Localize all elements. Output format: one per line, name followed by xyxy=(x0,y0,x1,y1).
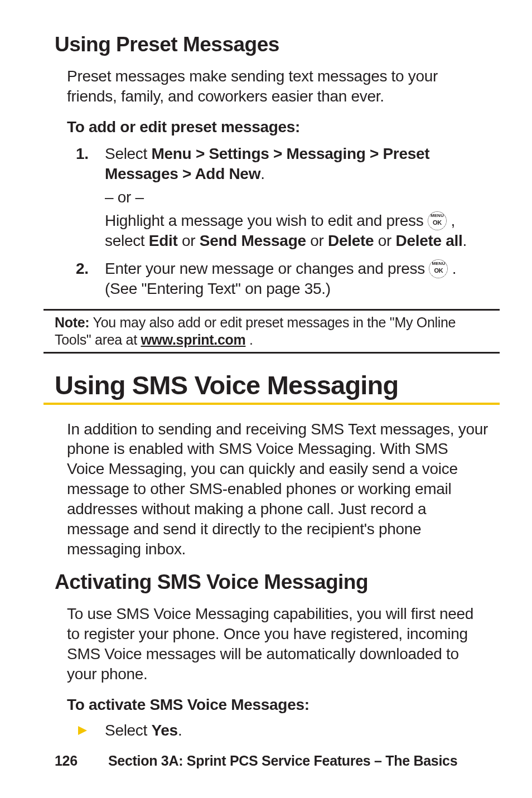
step-text: Select Menu > Settings > Messaging > Pre… xyxy=(105,145,429,182)
page-number: 126 xyxy=(55,753,108,769)
activate-bullet-item: Select Yes. xyxy=(76,722,489,739)
svg-marker-0 xyxy=(78,726,87,735)
heading-sms-voice: Using SMS Voice Messaging xyxy=(55,371,489,402)
activate-bullet-list: Select Yes. xyxy=(76,722,489,739)
heading-underline xyxy=(43,403,500,405)
activating-intro: To use SMS Voice Messaging capabilities,… xyxy=(67,604,489,684)
preset-intro: Preset messages make sending text messag… xyxy=(67,66,489,107)
heading-activating: Activating SMS Voice Messaging xyxy=(55,571,489,594)
menu-ok-icon: MENUOK xyxy=(429,259,448,278)
activating-lead: To activate SMS Voice Messages: xyxy=(67,696,489,714)
step-2: 2. Enter your new message or changes and… xyxy=(76,259,489,299)
step-number: 1. xyxy=(76,144,89,164)
page-footer: 126Section 3A: Sprint PCS Service Featur… xyxy=(55,753,489,769)
or-separator: – or – xyxy=(105,187,489,207)
preset-lead: To add or edit preset messages: xyxy=(67,118,489,136)
step-number: 2. xyxy=(76,259,89,279)
triangle-bullet-icon xyxy=(77,725,88,736)
preset-steps-list: 1. Select Menu > Settings > Messaging > … xyxy=(76,144,489,298)
document-page: Using Preset Messages Preset messages ma… xyxy=(0,0,532,798)
heading-preset-messages: Using Preset Messages xyxy=(55,33,489,56)
step-1: 1. Select Menu > Settings > Messaging > … xyxy=(76,144,489,251)
note-suffix: . xyxy=(245,332,253,347)
menu-ok-icon: MENUOK xyxy=(428,211,447,230)
note-text: You may also add or edit preset messages… xyxy=(55,315,456,347)
sms-voice-intro: In addition to sending and receiving SMS… xyxy=(67,419,489,559)
footer-title: Section 3A: Sprint PCS Service Features … xyxy=(108,753,457,768)
step-text: Enter your new message or changes and pr… xyxy=(105,260,456,297)
note-box: Note: You may also add or edit preset me… xyxy=(43,309,500,354)
note-link: www.sprint.com xyxy=(141,332,245,347)
note-label: Note: xyxy=(55,315,89,330)
step-1b-text: Highlight a message you wish to edit and… xyxy=(105,212,467,249)
